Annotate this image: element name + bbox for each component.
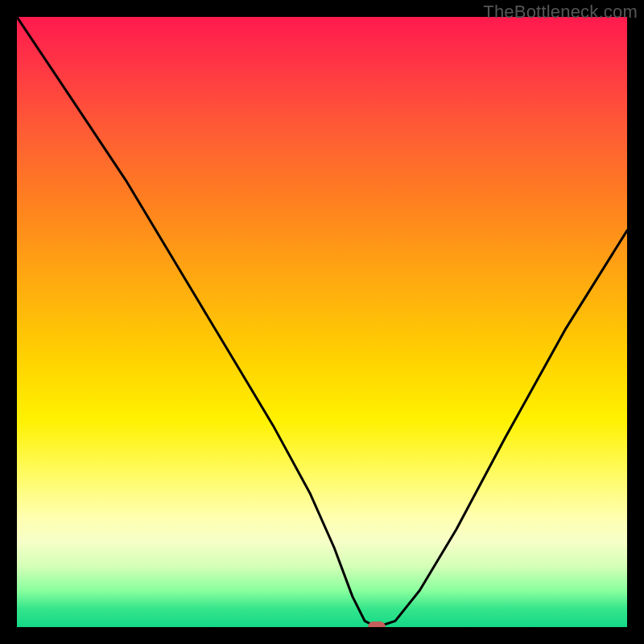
curve-path bbox=[17, 17, 627, 627]
plot-area bbox=[17, 17, 627, 627]
optimum-marker bbox=[368, 621, 386, 627]
bottleneck-curve bbox=[17, 17, 627, 627]
watermark-text: TheBottleneck.com bbox=[483, 2, 638, 23]
chart-frame: TheBottleneck.com bbox=[0, 0, 644, 644]
